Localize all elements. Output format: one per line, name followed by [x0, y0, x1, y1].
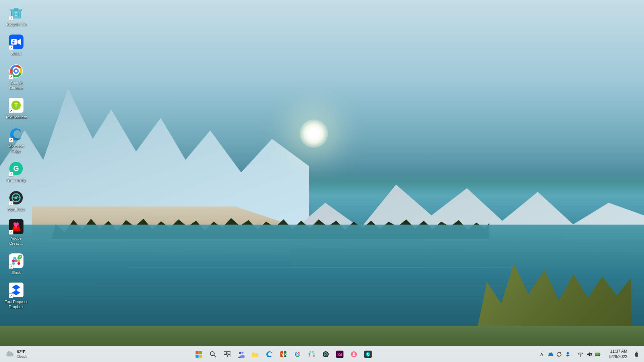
desktop-icon-microsoft-edge[interactable]: ↗ Microsoft Edge [3, 124, 30, 156]
edge-taskbar-button[interactable] [263, 348, 276, 361]
desktop-icon-textrequest[interactable]: T ↗ TextRequest [3, 95, 30, 122]
wifi-tray-icon[interactable] [577, 351, 584, 358]
clock-time: 11:37 AM [610, 349, 627, 354]
dropbox-tray-icon[interactable] [565, 351, 571, 358]
clock-date: 9/29/2022 [609, 354, 627, 360]
svg-rect-35 [196, 355, 199, 358]
shortcut-arrow-zoom: ↗ [9, 45, 13, 50]
svg-rect-9 [13, 40, 15, 41]
shortcut-arrow-edge: ↗ [9, 138, 13, 142]
zoom-label: Zoom [11, 51, 21, 56]
weather-temperature: 62°F [17, 350, 27, 354]
chrome-label: Google Chrome [4, 80, 28, 90]
onedrive-tray-icon[interactable] [547, 351, 554, 358]
nordpass-label: NordPass [8, 207, 25, 212]
shortcut-arrow-chrome: ↗ [9, 74, 13, 79]
teams-icon [237, 351, 245, 358]
taskbar: 62°F Cloudy [0, 346, 644, 362]
svg-line-5 [18, 12, 18, 16]
desktop-icon-dropbox[interactable]: ↗ Text Request Dropbox [3, 280, 30, 311]
clock-widget[interactable]: 11:37 AM 9/29/2022 [607, 348, 630, 360]
start-button[interactable] [192, 348, 206, 361]
adobe-icon-wrapper: ↗ [8, 219, 24, 235]
zoom-icon [11, 39, 21, 45]
svg-rect-57 [313, 353, 315, 355]
svg-rect-2 [14, 8, 18, 9]
edge-label: Microsoft Edge [4, 144, 28, 154]
adobe-xd-icon: Xd [336, 351, 343, 358]
desktop-icon-grammarly[interactable]: G ↗ Grammarly [3, 159, 30, 185]
nordpass-taskbar-button[interactable] [319, 348, 332, 361]
edge-taskbar-icon [266, 351, 273, 358]
slack-icon-wrapper: ↗ [8, 253, 24, 269]
sync-tray-icon[interactable] [556, 351, 562, 358]
svg-rect-45 [240, 355, 245, 358]
svg-rect-24 [12, 259, 15, 262]
svg-text:T: T [14, 102, 18, 108]
svg-rect-59 [313, 355, 315, 357]
app2-taskbar-button[interactable]: Q [361, 348, 375, 361]
dropbox-icon-wrapper: ↗ [8, 282, 24, 298]
task-view-button[interactable] [220, 348, 234, 361]
desktop-icon-google-chrome[interactable]: ↗ Google Chrome [3, 61, 30, 93]
recycle-bin-label: Recycle Bin [6, 22, 26, 27]
chrome-icon-wrapper: ↗ [8, 63, 24, 79]
svg-text:X: X [284, 353, 287, 356]
sync-icon [556, 352, 562, 357]
weather-text: 62°F Cloudy [17, 350, 27, 358]
desktop: ↗ Recycle Bin ↗ Zoom [0, 0, 644, 362]
desktop-icon-zoom[interactable]: ↗ Zoom [3, 32, 30, 58]
nordpass-icon-wrapper: ↗ [8, 190, 24, 206]
office-icon: W X [280, 351, 287, 358]
volume-tray-icon[interactable] [586, 351, 592, 358]
textrequest-label: TextRequest [5, 115, 27, 120]
battery-icon [595, 352, 601, 356]
notifications-button[interactable] [632, 348, 641, 361]
desktop-icon-slack[interactable]: ↗ Slack [3, 251, 30, 277]
chrome-taskbar-icon [294, 351, 301, 358]
file-explorer-icon [252, 351, 259, 358]
svg-rect-58 [309, 355, 310, 357]
file-explorer-button[interactable] [249, 348, 262, 361]
svg-rect-27 [17, 259, 20, 262]
windows-icon [195, 351, 203, 358]
weather-condition: Cloudy [17, 355, 27, 359]
edge-icon-wrapper: ↗ [8, 126, 24, 142]
svg-line-38 [214, 355, 216, 357]
chrome-taskbar-button[interactable] [291, 348, 304, 361]
search-button[interactable] [206, 348, 220, 361]
svg-rect-30 [15, 259, 17, 262]
svg-rect-73 [635, 353, 638, 357]
svg-text:Xd: Xd [337, 353, 342, 357]
slack-taskbar-button[interactable] [305, 348, 318, 361]
slack-taskbar-icon [308, 351, 315, 358]
svg-text:G: G [13, 164, 19, 173]
svg-rect-29 [17, 262, 20, 265]
slack-label: Slack [11, 270, 21, 275]
svg-marker-7 [17, 39, 21, 45]
weather-widget[interactable]: 62°F Cloudy [3, 348, 30, 360]
svg-rect-70 [600, 354, 600, 355]
adobe-xd-taskbar-button[interactable]: Xd [333, 348, 346, 361]
svg-rect-41 [224, 355, 227, 357]
weather-cloud-icon [5, 350, 15, 358]
shortcut-arrow-adobe: ↗ [9, 230, 13, 235]
svg-rect-71 [595, 353, 599, 355]
desktop-icon-nordpass[interactable]: ↗ NordPass [3, 188, 30, 214]
battery-tray-icon[interactable] [594, 351, 601, 358]
desktop-icon-recycle-bin[interactable]: ↗ Recycle Bin [3, 3, 30, 29]
desktop-icons-container: ↗ Recycle Bin ↗ Zoom [0, 0, 32, 314]
nordpass-taskbar-icon [322, 351, 329, 358]
desktop-icon-adobe[interactable]: ↗ Adobe Creati... [3, 217, 30, 248]
app1-taskbar-button[interactable] [347, 348, 361, 361]
taskbar-center: W X [31, 348, 535, 361]
chevron-up-icon [540, 352, 543, 357]
teams-taskbar-button[interactable] [234, 348, 248, 361]
svg-rect-40 [227, 351, 230, 354]
office-taskbar-button[interactable]: W X [277, 348, 290, 361]
notification-icon [634, 351, 639, 357]
svg-rect-39 [224, 351, 226, 354]
grammarly-label: Grammarly [7, 178, 26, 183]
show-hidden-icons-button[interactable] [538, 351, 545, 358]
svg-point-65 [353, 352, 355, 354]
